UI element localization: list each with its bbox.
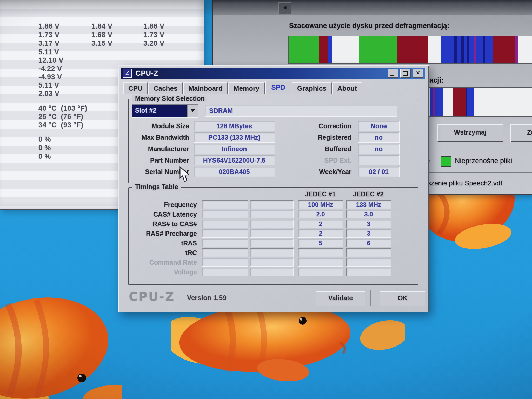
timing-cell: 5: [298, 239, 343, 247]
pause-button[interactable]: Wstrzymaj: [437, 124, 503, 142]
tab-memory[interactable]: Memory: [228, 82, 265, 94]
timing-row-label: tRC: [124, 249, 197, 257]
timing-cell: [202, 239, 248, 247]
chevron-down-icon[interactable]: [187, 105, 198, 117]
timing-cell: [298, 268, 343, 276]
timing-cell: 3: [346, 220, 391, 228]
validate-button[interactable]: Validate: [316, 291, 365, 306]
sensor-value: 5.11 V: [38, 81, 59, 89]
cpuz-window: Z CPU-Z × CPUCachesMainboardMemorySPDGra…: [118, 65, 429, 312]
field-label: Week/Year: [285, 168, 351, 176]
arrow-left-icon[interactable]: ◄: [278, 2, 291, 14]
timing-row-label: RAS# Precharge: [124, 230, 197, 237]
disk-usage-segment: [289, 36, 319, 63]
disk-usage-segment: [515, 36, 518, 63]
timing-cell: 2.0: [298, 210, 343, 218]
disk-usage-segment: [467, 36, 469, 63]
mouse-cursor: [178, 166, 192, 183]
field-value: [358, 155, 400, 165]
disk-usage-segment: [443, 88, 453, 116]
tab-cpu[interactable]: CPU: [123, 82, 148, 94]
minimize-button[interactable]: [388, 69, 398, 78]
memory-slot-selection-label: Memory Slot Selection: [132, 95, 207, 102]
sensor-value: 1.84 V: [91, 22, 112, 30]
stop-button[interactable]: Zatrzym: [510, 124, 532, 142]
status-divider: [411, 172, 532, 173]
sensor-value: 0 %: [38, 144, 51, 152]
field-value: 02 / 01: [358, 167, 400, 177]
timing-cell: [202, 268, 248, 276]
tab-about[interactable]: About: [332, 82, 362, 94]
sensor-value: 1.73 V: [38, 31, 59, 39]
timing-cell: [202, 248, 248, 257]
footer-divider: [122, 287, 423, 287]
timing-cell: [346, 258, 391, 267]
legend-immovable-label: Nieprzenośne pliki: [455, 157, 512, 165]
timing-cell: [346, 268, 391, 276]
sensor-value: 1.86 V: [38, 22, 59, 30]
tab-caches[interactable]: Caches: [148, 82, 183, 94]
cpuz-titlebar[interactable]: Z CPU-Z ×: [121, 68, 425, 79]
field-label: Correction: [285, 122, 351, 130]
minimize-icon: [390, 75, 394, 76]
disk-usage-segment: [428, 36, 441, 63]
disk-usage-segment: [430, 88, 433, 116]
disk-usage-segment: [518, 36, 532, 63]
sensor-value: 3.15 V: [91, 39, 112, 48]
timing-row-label: Frequency: [124, 201, 197, 209]
sensor-value: 2.03 V: [38, 90, 59, 98]
timing-cell: 100 MHz: [298, 200, 343, 209]
disk-usage-segment: [454, 36, 457, 63]
sensor-value: 25 °C (76 °F): [38, 113, 83, 121]
jedec1-header: JEDEC #1: [298, 190, 342, 198]
sensor-value: 1.68 V: [91, 31, 112, 39]
field-value: HYS64V162200U-7.5: [194, 155, 275, 165]
timing-cell: [202, 200, 248, 209]
disk-usage-segment: [435, 88, 443, 116]
timing-cell: 3: [346, 229, 391, 238]
field-value: Infineon: [194, 144, 275, 154]
disk-usage-segment: [493, 36, 515, 63]
sensor-value: 1.86 V: [143, 22, 164, 30]
timings-table-label: Timings Table: [132, 183, 181, 191]
timing-cell: 2: [298, 229, 343, 238]
sensor-value: 0 %: [38, 135, 51, 143]
jedec2-header: JEDEC #2: [346, 190, 390, 198]
ok-button[interactable]: OK: [380, 291, 425, 306]
field-label: Registered: [285, 134, 351, 141]
timing-cell: [250, 239, 294, 247]
sensor-value: 40 °C (103 °F): [38, 104, 87, 112]
disk-usage-segment: [467, 88, 474, 116]
tab-spd[interactable]: SPD: [265, 81, 291, 94]
maximize-button[interactable]: [400, 69, 411, 78]
status-text-fragment: noszenie pliku Speech2.vdf: [420, 179, 502, 187]
timing-row-label: RAS# to CAS#: [124, 220, 197, 228]
close-icon: ×: [413, 69, 423, 77]
timing-row-label: Command Rate: [124, 259, 197, 266]
fish-left: [0, 288, 122, 399]
desktop: 1.86 V1.84 V1.86 V1.73 V1.68 V1.73 V3.17…: [0, 0, 532, 399]
timing-cell: 133 MHz: [346, 200, 391, 209]
disk-usage-bar-before: [288, 36, 532, 64]
disk-usage-segment: [332, 36, 359, 63]
version-label: Version 1.59: [187, 294, 227, 302]
field-label: Module Size: [124, 122, 189, 130]
tab-bar: CPUCachesMainboardMemorySPDGraphicsAbout: [123, 81, 362, 94]
tab-graphics[interactable]: Graphics: [292, 82, 332, 94]
disk-usage-segment: [476, 36, 483, 63]
disk-usage-segment: [433, 88, 435, 116]
disk-usage-segment: [485, 36, 493, 63]
field-label: Max Bandwidth: [124, 134, 189, 141]
sensor-value: 34 °C (93 °F): [38, 121, 83, 129]
timing-cell: [250, 220, 294, 228]
sensor-value: 0 %: [38, 152, 51, 161]
defrag-toolbar: [213, 0, 532, 15]
tab-mainboard[interactable]: Mainboard: [183, 82, 228, 94]
disk-usage-segment: [461, 36, 464, 63]
button-separator: [370, 290, 371, 306]
close-button[interactable]: ×: [413, 69, 423, 78]
timing-row-label: Voltage: [124, 268, 197, 276]
memory-slot-dropdown[interactable]: Slot #2: [132, 104, 198, 118]
timing-cell: [250, 248, 294, 257]
disk-usage-segment: [474, 88, 532, 116]
